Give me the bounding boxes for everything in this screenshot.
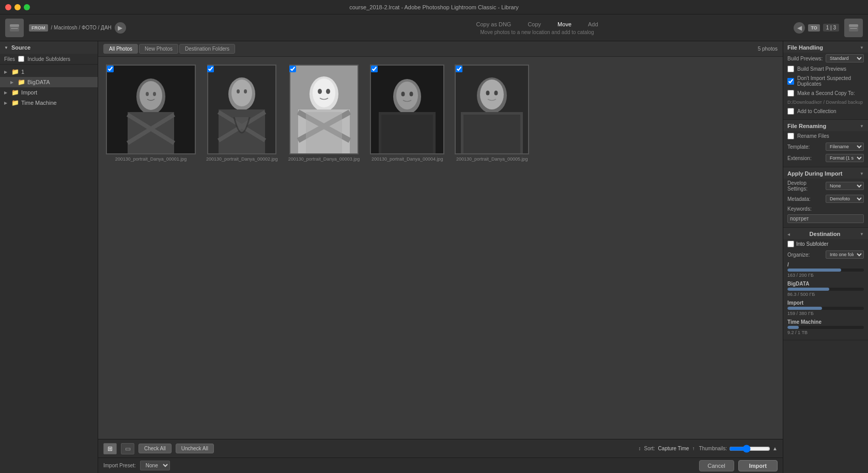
photo-toolbar: All Photos New Photos Destination Folder… [98,41,783,57]
tree-item-bigdata[interactable]: ▶ 📁 BigDATA [0,77,98,87]
disk-item-import[interactable]: Import 159 / 380 ГБ [783,298,868,318]
tab-destination-folders[interactable]: Destination Folders [179,44,235,54]
svg-rect-44 [463,115,520,153]
sort-dir-icon[interactable]: ↑ [692,446,695,451]
photo-item-3: 200130_portrait_Danya_00003.jpg [288,65,360,162]
to-badge: TO [808,24,819,31]
destination-header[interactable]: ◂ Destination ▼ [783,228,868,239]
photo-thumb-5[interactable] [455,65,529,154]
mode-copy-dng[interactable]: Copy as DNG [473,20,515,28]
disk-item-bigdata[interactable]: BigDATA 86.3 / 500 ГБ [783,279,868,298]
photo-image-4 [371,66,443,153]
sort-value[interactable]: Capture Time [658,446,689,451]
close-button[interactable] [5,4,11,10]
left-sidebar: ▼ Source Files Include Subfolders ▶ 📁 1 … [0,41,98,473]
title-bar: course_2018-2.lrcat - Adobe Photoshop Li… [0,0,868,14]
svg-rect-1 [10,24,19,27]
add-collection-row: Add to Collection [783,106,868,116]
import-button[interactable]: Import [738,460,778,471]
second-copy-row: Make a Second Copy To: [783,88,868,98]
thumbnail-size-slider[interactable] [729,445,770,453]
minimize-button[interactable] [14,4,21,10]
disk-bar-timemachine [787,326,864,329]
template-row: Template: Filename [783,141,868,152]
dont-import-checkbox[interactable] [787,78,794,85]
extension-select[interactable]: Format (1 selected) [826,154,864,162]
tree-item-1[interactable]: ▶ 📁 1 [0,67,98,77]
sort-area: ↕ Sort: Capture Time ↑ [638,446,694,451]
develop-settings-select[interactable]: None [826,182,864,190]
second-copy-checkbox[interactable] [787,90,794,97]
photo-checkbox-4[interactable] [371,66,378,72]
svg-rect-4 [849,24,858,27]
build-smart-checkbox[interactable] [787,66,794,72]
disk-info-import: 159 / 380 ГБ [787,311,864,316]
apply-during-import-header[interactable]: Apply During Import ▼ [783,167,868,179]
photo-filename-3: 200130_portrait_Danya_00003.jpg [288,156,360,162]
file-renaming-header[interactable]: File Renaming ▼ [783,120,868,131]
add-collection-checkbox[interactable] [787,108,794,115]
build-smart-label: Build Smart Previews [797,66,846,72]
collapse-icon[interactable]: ▲ [772,446,778,451]
tree-item-import[interactable]: ▶ 📁 Import [0,87,98,98]
photo-thumb-1[interactable] [106,65,196,154]
mode-move[interactable]: Move [554,20,575,28]
tree-arrow: ▶ [4,101,11,105]
sort-icon: ↕ [638,446,641,451]
disk-bar-import [787,307,864,310]
disk-name-import: Import [787,300,864,306]
photo-filename-4: 200130_portrait_Danya_00004.jpg [371,156,443,162]
include-subfolders-checkbox[interactable] [18,56,24,62]
mode-copy[interactable]: Copy [524,20,544,28]
mode-add[interactable]: Add [585,20,601,28]
rename-files-checkbox[interactable] [787,133,794,139]
uncheck-all-btn[interactable]: Uncheck All [176,444,214,453]
rename-files-label: Rename Files [797,133,829,139]
dont-import-row: Don't Import Suspected Duplicates [783,74,868,88]
develop-settings-label: Develop Settings: [787,180,824,192]
develop-settings-row: Develop Settings: None [783,179,868,193]
maximize-button[interactable] [24,4,30,10]
disk-item-root[interactable]: / 163 / 200 ГБ [783,260,868,279]
import-preset-select[interactable]: None [140,461,170,470]
from-badge: FROM [29,24,48,31]
svg-rect-2 [11,28,18,29]
extension-row: Extension: Format (1 selected) [783,152,868,164]
files-label: Files [4,56,15,62]
build-previews-select[interactable]: Standard [826,54,864,62]
photo-item-1: 200130_portrait_Danya_00001.jpg [106,65,196,162]
source-icon [5,19,24,37]
keywords-input[interactable] [787,214,864,223]
organize-select[interactable]: Into one folder [826,250,864,259]
tab-all-photos[interactable]: All Photos [103,44,138,54]
svg-point-28 [318,89,322,94]
photo-thumb-3[interactable] [289,65,359,154]
file-handling-header[interactable]: File Handling ▼ [783,41,868,53]
photo-thumb-4[interactable] [370,65,444,154]
photo-checkbox-2[interactable] [207,66,214,72]
source-arrow-btn[interactable]: ▶ [115,22,126,34]
photos-grid: 200130_portrait_Danya_00001.jpg [98,57,783,439]
svg-rect-5 [850,28,857,29]
into-subfolder-checkbox[interactable] [787,241,794,247]
folder-icon: 📁 [11,89,19,96]
template-select[interactable]: Filename [826,143,864,151]
dest-arrow-btn[interactable]: ◀ [794,22,805,34]
photo-checkbox-5[interactable] [456,66,462,72]
metadata-select[interactable]: Demofoto [826,195,864,203]
tab-new-photos[interactable]: New Photos [139,44,178,54]
disk-item-timemachine[interactable]: Time Machine 9.2 / 1 ТВ [783,318,868,337]
photo-checkbox-3[interactable] [289,66,296,72]
check-all-btn[interactable]: Check All [138,444,172,453]
disk-info-bigdata: 86.3 / 500 ГБ [787,292,864,297]
file-renaming-arrow: ▼ [860,124,864,129]
metadata-row: Metadata: Demofoto [783,193,868,204]
grid-view-btn[interactable]: ⊞ [103,443,117,454]
svg-point-43 [494,91,498,96]
organize-label: Organize: [787,252,824,258]
photo-thumb-2[interactable] [207,65,276,154]
tree-item-timemachine[interactable]: ▶ 📁 Time Machine [0,98,98,108]
loupe-view-btn[interactable]: ▭ [121,443,134,454]
photo-checkbox-1[interactable] [107,66,114,72]
cancel-button[interactable]: Cancel [699,460,734,471]
